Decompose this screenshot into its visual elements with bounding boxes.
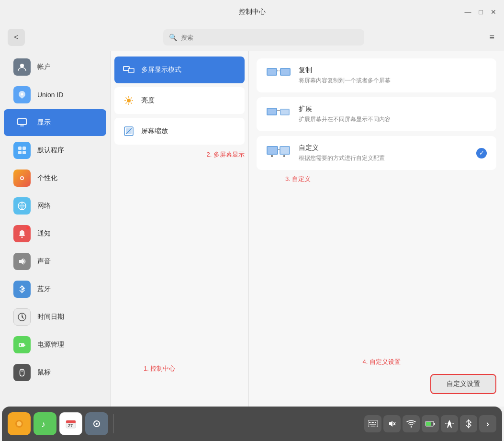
sound-icon xyxy=(13,253,31,270)
sidebar-item-power[interactable]: 电源管理 xyxy=(4,331,106,358)
mid-label-multi-display: 多屏显示模式 xyxy=(141,66,181,74)
svg-rect-8 xyxy=(22,151,26,154)
dock-item-settings[interactable] xyxy=(85,412,108,435)
screen-scale-icon xyxy=(122,124,135,138)
sidebar-item-personal[interactable]: 个性化 xyxy=(4,165,106,192)
dock-battery-button[interactable] xyxy=(422,415,439,432)
extend-display-icon xyxy=(266,106,291,123)
svg-rect-5 xyxy=(18,147,22,150)
dock-system-tray: › xyxy=(364,415,496,432)
sidebar-label-personal: 个性化 xyxy=(37,174,57,182)
network-icon xyxy=(13,197,31,215)
mid-label-screen-scale: 屏幕缩放 xyxy=(141,127,168,136)
svg-point-10 xyxy=(21,177,23,179)
sidebar-item-account[interactable]: 帐户 xyxy=(4,54,106,80)
svg-rect-62 xyxy=(370,422,371,423)
sidebar-label-network: 网络 xyxy=(37,202,51,210)
multi-display-icon xyxy=(122,63,135,77)
sidebar-item-bluetooth[interactable]: 蓝牙 xyxy=(4,276,106,303)
sidebar-label-default-apps: 默认程序 xyxy=(37,146,64,155)
svg-line-29 xyxy=(131,102,132,103)
svg-rect-4 xyxy=(20,125,24,126)
extend-option-title: 扩展 xyxy=(299,105,487,113)
svg-point-1 xyxy=(21,93,23,96)
dock-airplane-button[interactable] xyxy=(441,415,458,432)
svg-rect-61 xyxy=(369,422,370,423)
svg-rect-72 xyxy=(434,423,435,425)
svg-rect-39 xyxy=(268,109,276,114)
svg-rect-35 xyxy=(268,69,276,75)
sidebar-item-sound[interactable]: 声音 xyxy=(4,248,106,275)
sidebar-item-network[interactable]: 网络 xyxy=(4,192,106,219)
search-box: 🔍 xyxy=(163,29,364,45)
right-panel: 复制 将屏幕内容复制到一个或者多个屏幕 扩展 扩展屏幕并在不同屏幕显示不同内容 xyxy=(249,51,504,407)
dock-more-button[interactable]: › xyxy=(479,415,496,432)
svg-rect-45 xyxy=(280,147,289,154)
brightness-icon xyxy=(122,94,135,107)
minimize-button[interactable]: — xyxy=(465,9,471,15)
custom-option-desc: 根据您需要的方式进行自定义配置 xyxy=(299,154,469,162)
sidebar-item-mouse[interactable]: 鼠标 xyxy=(4,359,106,386)
dock-separator xyxy=(113,414,113,433)
copy-option-content: 复制 将屏幕内容复制到一个或者多个屏幕 xyxy=(299,66,487,85)
window-title: 控制中心 xyxy=(239,8,266,16)
copy-option-desc: 将屏幕内容复制到一个或者多个屏幕 xyxy=(299,77,487,85)
sidebar-item-display[interactable]: 显示 xyxy=(4,109,106,136)
option-card-extend[interactable]: 扩展 扩展屏幕并在不同屏幕显示不同内容 xyxy=(257,97,496,131)
svg-rect-71 xyxy=(426,422,431,426)
custom-settings-button[interactable]: 自定义设置 xyxy=(430,374,496,394)
option-card-copy[interactable]: 复制 将屏幕内容复制到一个或者多个屏幕 xyxy=(257,58,496,92)
dock-keyboard-button[interactable] xyxy=(364,415,381,432)
mid-panel: 多屏显示模式 亮度 xyxy=(110,51,249,407)
option-card-custom[interactable]: 自定义 根据您需要的方式进行自定义配置 ✓ 3. 自定义 xyxy=(257,136,496,170)
svg-point-50 xyxy=(17,421,22,426)
unionid-icon xyxy=(13,86,31,103)
datetime-icon xyxy=(13,308,31,326)
svg-point-0 xyxy=(20,64,24,68)
maximize-button[interactable]: □ xyxy=(479,9,483,15)
mid-item-multi-display[interactable]: 多屏显示模式 xyxy=(114,57,245,83)
svg-rect-14 xyxy=(19,343,24,347)
close-button[interactable]: ✕ xyxy=(491,9,496,15)
mid-item-brightness[interactable]: 亮度 xyxy=(114,87,245,114)
custom-display-icon xyxy=(266,145,291,162)
bluetooth-icon xyxy=(13,281,31,298)
extend-option-desc: 扩展屏幕并在不同屏幕显示不同内容 xyxy=(299,115,487,124)
sidebar-label-power: 电源管理 xyxy=(37,340,64,349)
annotation-4-row: 4. 自定义设置 xyxy=(257,358,496,369)
copy-display-icon xyxy=(266,67,291,84)
svg-text:27: 27 xyxy=(68,423,73,428)
svg-rect-64 xyxy=(373,422,374,423)
custom-option-title: 自定义 xyxy=(299,144,469,152)
svg-rect-6 xyxy=(22,147,26,150)
copy-option-title: 复制 xyxy=(299,66,487,75)
svg-line-30 xyxy=(131,98,132,99)
sidebar-item-datetime[interactable]: 时间日期 xyxy=(4,304,106,330)
sidebar-label-display: 显示 xyxy=(37,118,51,127)
search-input[interactable] xyxy=(181,34,358,41)
main-layout: 帐户 Union ID 显示 默认程序 个性化 xyxy=(0,51,504,407)
title-bar: 控制中心 — □ ✕ xyxy=(0,0,504,24)
sidebar-item-default-apps[interactable]: 默认程序 xyxy=(4,137,106,164)
svg-rect-47 xyxy=(283,155,285,157)
mid-item-screen-scale[interactable]: 屏幕缩放 xyxy=(114,118,245,145)
dock-wifi-button[interactable] xyxy=(403,415,420,432)
svg-rect-41 xyxy=(281,110,289,114)
svg-point-23 xyxy=(127,99,131,102)
account-icon xyxy=(13,58,31,76)
dock-volume-button[interactable] xyxy=(383,415,401,432)
notify-icon xyxy=(13,225,31,242)
svg-rect-43 xyxy=(268,147,277,154)
dock-item-music[interactable]: ♪ xyxy=(34,412,56,435)
dock-bluetooth-sys-button[interactable] xyxy=(460,415,477,432)
right-panel-spacer xyxy=(257,175,496,353)
custom-option-content: 自定义 根据您需要的方式进行自定义配置 xyxy=(299,144,469,162)
dock-item-calendar[interactable]: 27 xyxy=(59,412,82,435)
svg-rect-66 xyxy=(370,424,376,425)
sidebar-item-unionid[interactable]: Union ID xyxy=(4,81,106,108)
back-button[interactable]: < xyxy=(8,29,25,46)
menu-button[interactable]: ≡ xyxy=(489,33,494,43)
dock-item-finder[interactable] xyxy=(8,412,31,435)
svg-rect-65 xyxy=(375,422,376,423)
sidebar-item-notify[interactable]: 通知 xyxy=(4,220,106,247)
